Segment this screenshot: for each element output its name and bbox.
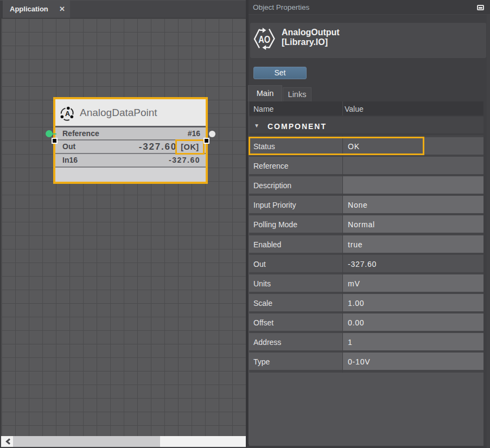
svg-text:A: A: [65, 110, 70, 118]
svg-text:AO: AO: [258, 34, 270, 45]
